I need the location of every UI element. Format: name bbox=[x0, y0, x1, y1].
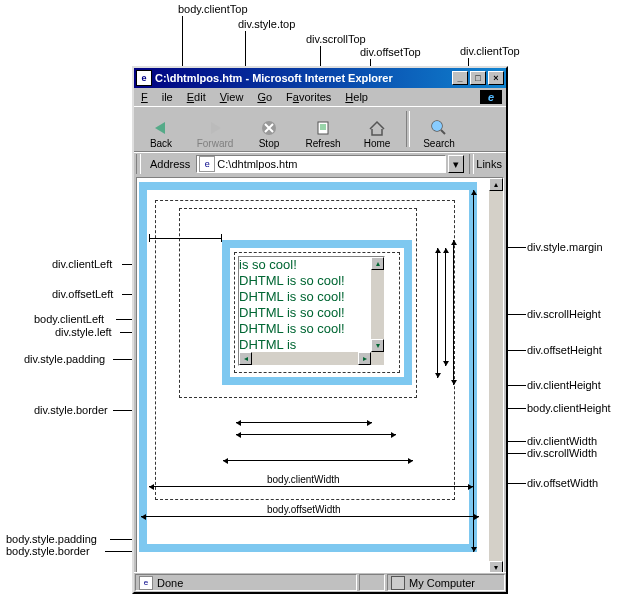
dim-body-offsetWidth bbox=[141, 516, 479, 517]
lbl-body-style-padding: body.style.padding bbox=[6, 533, 97, 545]
menu-help[interactable]: Help bbox=[338, 89, 375, 105]
lbl-div-clientHeight: div.clientHeight bbox=[527, 379, 601, 391]
refresh-button[interactable]: Refresh bbox=[296, 117, 350, 151]
status-done: e Done bbox=[135, 574, 357, 591]
address-bar: Address e C:\dhtmlpos.htm ▾ Links bbox=[134, 152, 506, 175]
menu-view[interactable]: View bbox=[213, 89, 251, 105]
menu-go[interactable]: Go bbox=[250, 89, 279, 105]
status-gap bbox=[359, 574, 385, 591]
brkt-offsetLeft bbox=[149, 238, 221, 239]
dim-body-clientHeight bbox=[473, 190, 474, 552]
home-button[interactable]: Home bbox=[350, 117, 404, 151]
ie-logo-icon: e bbox=[480, 90, 502, 104]
dim-div-offsetWidth bbox=[223, 460, 413, 461]
lbl-body-style-border: body.style.border bbox=[6, 545, 90, 557]
toolbar: Back Forward Stop Refresh Home Search bbox=[134, 106, 506, 152]
lbl-div-clientLeft: div.clientLeft bbox=[52, 258, 112, 270]
browser-window: e C:\dhtmlpos.htm - Microsoft Internet E… bbox=[132, 66, 508, 594]
address-value: C:\dhtmlpos.htm bbox=[217, 158, 297, 170]
dim-div-scrollHeight bbox=[437, 248, 438, 378]
search-button[interactable]: Search bbox=[412, 117, 466, 151]
status-bar: e Done My Computer bbox=[134, 572, 506, 592]
links-label: Links bbox=[476, 158, 506, 170]
close-button[interactable]: × bbox=[488, 71, 504, 85]
status-zone: My Computer bbox=[387, 574, 505, 591]
minimize-button[interactable]: _ bbox=[452, 71, 468, 85]
lbl-div-style-padding: div.style.padding bbox=[24, 353, 105, 365]
address-label: Address bbox=[146, 158, 194, 170]
lbl-div-clientWidth: div.clientWidth bbox=[527, 435, 597, 447]
lbl-div-offsetLeft: div.offsetLeft bbox=[52, 288, 113, 300]
viewport-vertical-scrollbar[interactable]: ▴ ▾ bbox=[489, 178, 503, 574]
menu-bar: File Edit View Go Favorites Help e bbox=[134, 88, 506, 106]
lbl-div-style-left: div.style.left bbox=[55, 326, 112, 338]
content-viewport: is so cool! DHTML is so cool! DHTML is s… bbox=[136, 177, 504, 575]
done-icon: e bbox=[139, 576, 153, 590]
forward-button: Forward bbox=[188, 117, 242, 151]
div-scroll-corner bbox=[371, 352, 384, 365]
div-content: is so cool! DHTML is so cool! DHTML is s… bbox=[238, 256, 385, 366]
ie-icon: e bbox=[136, 70, 152, 86]
lbl-div-scrollTop: div.scrollTop bbox=[306, 33, 366, 45]
lbl-div-scrollWidth: div.scrollWidth bbox=[527, 447, 597, 459]
lbl-div-offsetTop: div.offsetTop bbox=[360, 46, 421, 58]
lbl-div-offsetHeight: div.offsetHeight bbox=[527, 344, 602, 356]
dim-div-offsetHeight bbox=[453, 240, 454, 385]
menu-file[interactable]: File bbox=[134, 89, 180, 105]
div-vertical-scrollbar[interactable]: ▴ ▾ bbox=[371, 257, 384, 352]
dim-div-clientHeight bbox=[445, 248, 446, 366]
lbl-div-scrollHeight: div.scrollHeight bbox=[527, 308, 601, 320]
address-field[interactable]: e C:\dhtmlpos.htm bbox=[196, 155, 446, 173]
lbl-body-clientHeight: body.clientHeight bbox=[527, 402, 611, 414]
lbl-div-style-margin: div.style.margin bbox=[527, 241, 603, 253]
lbl-div-style-border: div.style.border bbox=[34, 404, 108, 416]
menu-favorites[interactable]: Favorites bbox=[279, 89, 338, 105]
address-dropdown[interactable]: ▾ bbox=[448, 155, 464, 173]
dim-div-scrollWidth bbox=[236, 434, 396, 435]
cap-body-offsetWidth: body.offsetWidth bbox=[267, 504, 341, 515]
div-border-box: is so cool! DHTML is so cool! DHTML is s… bbox=[222, 240, 412, 385]
menu-edit[interactable]: Edit bbox=[180, 89, 213, 105]
dim-div-clientWidth bbox=[236, 422, 372, 423]
lbl-body-clientTop: body.clientTop bbox=[178, 3, 248, 15]
lbl-div-offsetWidth: div.offsetWidth bbox=[527, 477, 598, 489]
content-text: is so cool! DHTML is so cool! DHTML is s… bbox=[239, 257, 348, 352]
svg-point-3 bbox=[432, 121, 442, 131]
back-button[interactable]: Back bbox=[134, 117, 188, 151]
dim-body-clientWidth bbox=[149, 486, 473, 487]
div-horizontal-scrollbar[interactable]: ◂ ▸ bbox=[239, 352, 371, 365]
maximize-button[interactable]: □ bbox=[470, 71, 486, 85]
page-icon: e bbox=[199, 156, 215, 172]
stop-button[interactable]: Stop bbox=[242, 117, 296, 151]
window-title: C:\dhtmlpos.htm - Microsoft Internet Exp… bbox=[155, 72, 393, 84]
svg-rect-1 bbox=[318, 122, 328, 134]
lbl-body-clientLeft: body.clientLeft bbox=[34, 313, 104, 325]
cap-body-clientWidth: body.clientWidth bbox=[267, 474, 340, 485]
lbl-div-clientTop: div.clientTop bbox=[460, 45, 520, 57]
title-bar[interactable]: e C:\dhtmlpos.htm - Microsoft Internet E… bbox=[134, 68, 506, 88]
computer-icon bbox=[391, 576, 405, 590]
lbl-div-style-top: div.style.top bbox=[238, 18, 295, 30]
